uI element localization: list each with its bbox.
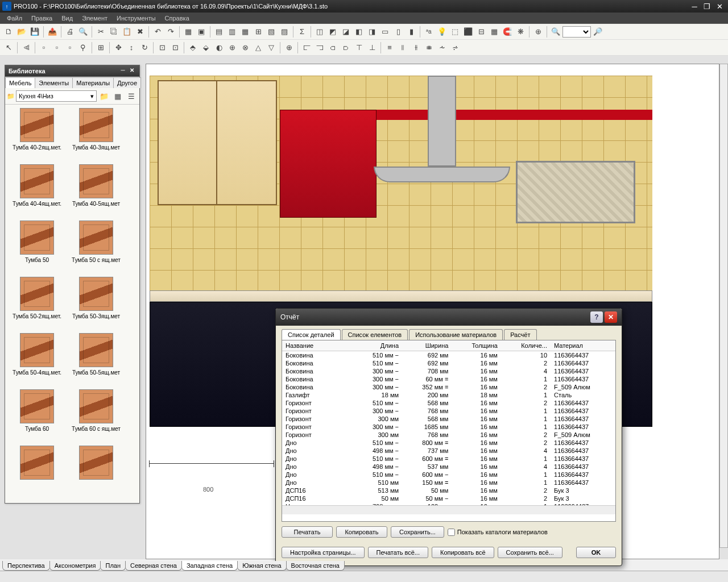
move-icon[interactable]: ✥ — [112, 41, 125, 54]
tool-icon[interactable]: ▤ — [213, 26, 225, 38]
library-item[interactable]: Тумба 60 — [9, 389, 65, 443]
tool-icon[interactable]: ◪ — [340, 26, 352, 38]
view-tab[interactable]: Южная стена — [237, 561, 286, 571]
menuitem[interactable]: Справка — [160, 14, 194, 23]
tool-icon[interactable]: ▫ — [51, 41, 63, 54]
tool-icon[interactable]: ⊞ — [94, 41, 107, 54]
tool-icon[interactable]: ▯ — [392, 26, 404, 38]
table-row[interactable]: Горизонт300 мм −768 мм16 мм11163664437 — [282, 407, 615, 415]
table-row[interactable]: Боковина510 мм −692 мм16 мм21163664437 — [282, 359, 615, 367]
column-header[interactable]: Количе... — [501, 340, 551, 351]
tool-icon[interactable]: ❋ — [514, 26, 527, 38]
tool-icon[interactable]: ↕ — [125, 41, 138, 54]
column-header[interactable]: Толщина — [452, 340, 501, 351]
dialog-tab[interactable]: Список деталей — [282, 329, 341, 340]
library-item[interactable]: Тумба 40-4ящ.мет. — [9, 164, 65, 218]
show-catalogs-checkbox[interactable]: Показать каталоги материалов — [448, 529, 548, 536]
distribute-icon[interactable]: ⩩ — [423, 41, 435, 54]
report-table[interactable]: НазваниеДлинаШиринаТолщинаКоличе...Матер… — [282, 340, 615, 505]
table-row[interactable]: ДСП1650 мм50 мм −16 мм2Бук 3 — [282, 494, 615, 502]
minimize-button[interactable]: ─ — [688, 1, 701, 11]
tool-icon[interactable]: ⬘ — [187, 41, 199, 54]
checkbox-input[interactable] — [448, 529, 455, 536]
tool-icon[interactable]: ⊡ — [156, 41, 168, 54]
column-header[interactable]: Длина — [353, 340, 402, 351]
table-row[interactable]: Горизонт300 мм768 мм16 мм2F_509 Алюм — [282, 431, 615, 439]
lightbulb-icon[interactable]: 💡 — [436, 26, 448, 38]
align-icon[interactable]: ⊥ — [366, 41, 378, 54]
distribute-icon[interactable]: ⩫ — [449, 41, 461, 54]
distribute-icon[interactable]: ≡ — [383, 41, 396, 54]
align-icon[interactable]: ⫎ — [313, 41, 326, 54]
tool-icon[interactable]: ▦ — [239, 26, 251, 38]
tool-icon[interactable]: ▨ — [278, 26, 291, 38]
library-item[interactable]: Тумба 50-2ящ.мет. — [9, 277, 65, 331]
view-tab[interactable]: Северная стена — [125, 561, 182, 571]
library-tab[interactable]: Элементы — [35, 77, 73, 88]
up-folder-icon[interactable]: 📁 — [98, 90, 110, 102]
dialog-tab[interactable]: Список елементов — [342, 329, 408, 340]
tool-icon[interactable]: ⊟ — [475, 26, 487, 38]
table-row[interactable]: Боковина510 мм −692 мм16 мм101163664437 — [282, 351, 615, 360]
vertical-scrollbar[interactable] — [719, 64, 728, 548]
rotate-icon[interactable]: ↻ — [138, 41, 151, 54]
tool-icon[interactable]: ◧ — [353, 26, 365, 38]
table-row[interactable]: Дно510 мм −600 мм =16 мм11163664437 — [282, 455, 615, 463]
column-header[interactable]: Материал — [551, 340, 615, 351]
menuitem[interactable]: Вид — [57, 14, 77, 23]
tool-icon[interactable]: ▥ — [226, 26, 238, 38]
align-icon[interactable]: ⫐ — [340, 41, 352, 54]
menuitem[interactable]: Файл — [2, 14, 27, 23]
table-row[interactable]: Горизонт510 мм −568 мм16 мм21163664437 — [282, 399, 615, 407]
maximize-button[interactable]: ❐ — [701, 1, 713, 11]
distribute-icon[interactable]: ⫴ — [396, 41, 409, 54]
target-icon[interactable]: ⊕ — [532, 26, 544, 38]
library-tab[interactable]: Другое — [113, 77, 141, 88]
dialog-tab[interactable]: Расчёт — [504, 329, 536, 340]
library-tab[interactable]: Материалы — [72, 77, 114, 88]
view-large-icon[interactable]: ▦ — [111, 90, 124, 102]
library-item[interactable]: Тумба 40-2ящ.мет. — [9, 108, 65, 162]
tool-icon[interactable]: ⊕ — [226, 41, 238, 54]
menuitem[interactable]: Инструменты — [112, 14, 160, 23]
library-minimize-icon[interactable]: ─ — [119, 67, 127, 75]
tool-icon[interactable]: ⊞ — [252, 26, 264, 38]
tool-icon[interactable]: ◐ — [213, 41, 225, 54]
ok-button[interactable]: OK — [576, 547, 616, 558]
library-item[interactable]: Тумба 50-3ящ.мет — [68, 277, 125, 331]
view-tab[interactable]: Перспектива — [2, 561, 50, 571]
page-setup-button[interactable]: Настройка страницы... — [282, 547, 365, 558]
tool-icon[interactable]: ▽ — [265, 41, 278, 54]
zoom-combo[interactable] — [562, 26, 591, 38]
copy-button[interactable]: Копировать — [336, 526, 387, 538]
cut-icon[interactable]: ✂ — [94, 26, 107, 38]
tool-icon[interactable]: ▭ — [379, 26, 391, 38]
library-item[interactable]: Тумба 40-5ящ.мет — [68, 164, 125, 218]
tool-icon[interactable]: ⬚ — [449, 26, 461, 38]
distribute-icon[interactable]: ⫵ — [410, 41, 422, 54]
tool-icon[interactable]: ⫷ — [20, 41, 32, 54]
library-item[interactable]: Тумба 40-3ящ.мет — [68, 108, 125, 162]
zoom-out-icon[interactable]: 🔎 — [592, 26, 604, 38]
table-row[interactable]: Горизонт300 мм568 мм16 мм11163664437 — [282, 415, 615, 423]
table-row[interactable]: ДСП16513 мм50 мм16 мм2Бук 3 — [282, 487, 615, 494]
view-tab[interactable]: Западная стена — [181, 561, 238, 571]
library-item[interactable]: Тумба 50-4ящ.мет. — [9, 333, 65, 387]
magnet-icon[interactable]: 🧲 — [501, 26, 514, 38]
tool-icon[interactable]: ▫ — [64, 41, 76, 54]
tool-icon[interactable]: ⬛ — [462, 26, 474, 38]
paste-icon[interactable]: 📋 — [121, 26, 133, 38]
view-tab[interactable]: Аксонометрия — [49, 561, 101, 571]
tool-icon[interactable]: ⊗ — [239, 41, 251, 54]
library-item[interactable]: Тумба 50 — [9, 221, 65, 275]
library-tab[interactable]: Мебель — [5, 77, 35, 88]
table-row[interactable]: Боковина300 мм −708 мм16 мм41163664437 — [282, 367, 615, 375]
dialog-tab[interactable]: Использование материалов — [409, 329, 503, 340]
print-button[interactable]: Печатать — [282, 526, 333, 538]
copy-all-button[interactable]: Копировать всё — [432, 547, 494, 558]
table-row[interactable]: Дно510 мм −600 мм −16 мм11163664437 — [282, 471, 615, 479]
tool-icon[interactable]: ▦ — [182, 26, 195, 38]
table-row[interactable]: Дно510 мм150 мм =16 мм11163664437 — [282, 479, 615, 487]
zoom-area-icon[interactable]: ⚲ — [77, 41, 89, 54]
library-item[interactable]: Тумба 60 с ящ.мет — [68, 389, 125, 443]
